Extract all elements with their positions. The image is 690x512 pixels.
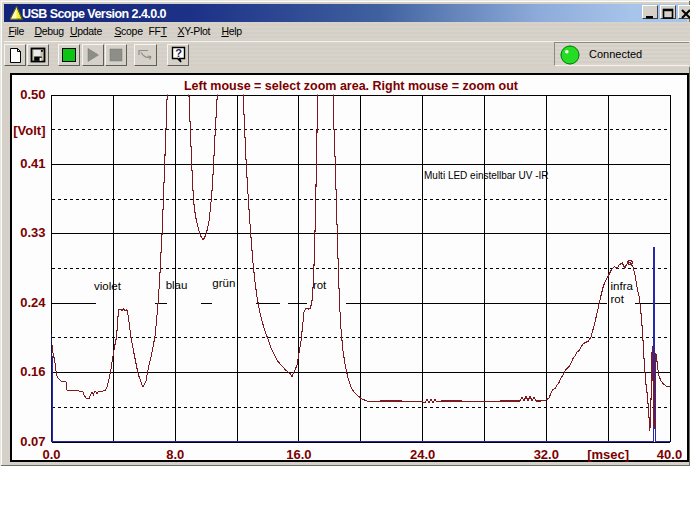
svg-text:grün: grün	[212, 277, 235, 289]
svg-text:0.33: 0.33	[20, 225, 45, 240]
svg-text:8.0: 8.0	[166, 447, 184, 462]
svg-text:40.0: 40.0	[657, 447, 682, 462]
svg-text:blau: blau	[166, 279, 188, 291]
svg-text:Multi LED einstellbar UV -IR: Multi LED einstellbar UV -IR	[424, 170, 548, 181]
svg-text:0.16: 0.16	[20, 364, 45, 379]
svg-text:[msec]: [msec]	[587, 447, 629, 462]
svg-text:violet: violet	[94, 280, 122, 292]
svg-text:16.0: 16.0	[286, 447, 311, 462]
svg-text:0.24: 0.24	[20, 295, 46, 310]
svg-text:rot: rot	[611, 293, 625, 305]
svg-text:0.50: 0.50	[20, 87, 45, 102]
svg-text:?: ?	[175, 47, 182, 59]
svg-text:rot: rot	[313, 279, 327, 291]
svg-text:0.0: 0.0	[42, 447, 60, 462]
svg-text:0.41: 0.41	[20, 156, 45, 171]
svg-text:32.0: 32.0	[534, 447, 559, 462]
svg-text:infra: infra	[611, 280, 634, 292]
svg-text:[Volt]: [Volt]	[13, 123, 45, 138]
svg-text:Left mouse = select zoom area.: Left mouse = select zoom area. Right mou…	[184, 79, 519, 93]
svg-text:24.0: 24.0	[410, 447, 435, 462]
